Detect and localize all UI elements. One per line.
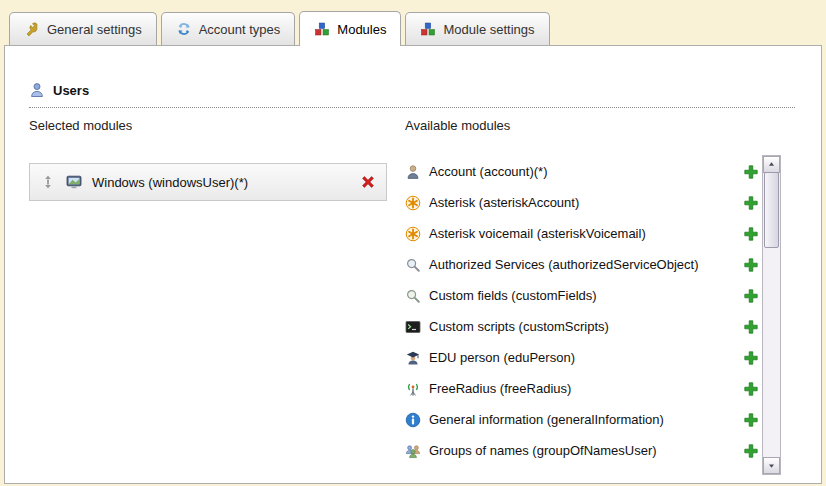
add-module-button[interactable] [743,443,759,459]
add-module-button[interactable] [743,195,759,211]
available-module-label: Authorized Services (authorizedServiceOb… [429,257,735,272]
available-modules-header: Available modules [405,118,510,133]
module-settings-icon [420,21,436,37]
move-handle-icon[interactable] [40,174,56,190]
group-icon [405,443,421,459]
tab-module-settings[interactable]: Module settings [405,12,549,45]
selected-modules-list: Windows (windowsUser)(*) [29,163,387,201]
add-module-button[interactable] [743,381,759,397]
edu-person-icon [405,350,421,366]
freeradius-icon [405,381,421,397]
available-module-row: Custom scripts (customScripts) [405,311,759,342]
available-module-label: EDU person (eduPerson) [429,350,735,365]
add-module-button[interactable] [743,226,759,242]
arrow-up-icon [767,160,776,169]
asterisk-icon [405,195,421,211]
available-module-row: Custom fields (customFields) [405,280,759,311]
tab-account-types[interactable]: Account types [161,12,296,45]
tab-label: Account types [199,22,281,37]
selected-modules-header: Selected modules [29,118,132,133]
available-module-row: Account (account)(*) [405,156,759,187]
arrow-down-icon [767,461,776,470]
available-module-label: Groups of names (groupOfNamesUser) [429,443,735,458]
custom-scripts-icon [405,319,421,335]
available-modules-list: Account (account)(*) Asterisk (asteriskA… [405,156,759,466]
remove-module-button[interactable] [360,174,376,190]
lam-configuration-page: General settings Account types Modules M… [0,0,826,486]
scroll-up-button[interactable] [763,156,780,173]
available-modules-scrollbar[interactable] [762,155,781,475]
section-title: Users [53,83,89,98]
selected-module-label: Windows (windowsUser)(*) [92,175,350,190]
available-module-row: EDU person (eduPerson) [405,342,759,373]
settings-tabbar: General settings Account types Modules M… [9,11,554,46]
add-module-button[interactable] [743,257,759,273]
scroll-down-button[interactable] [763,457,780,474]
available-module-row: FreeRadius (freeRadius) [405,373,759,404]
available-module-row: Authorized Services (authorizedServiceOb… [405,249,759,280]
selected-module-row[interactable]: Windows (windowsUser)(*) [29,163,387,201]
add-module-button[interactable] [743,350,759,366]
tab-general-settings[interactable]: General settings [9,12,157,45]
windows-icon [66,174,82,190]
tab-label: Module settings [443,22,534,37]
tab-modules[interactable]: Modules [299,11,401,46]
tab-label: General settings [47,22,142,37]
available-module-row: Asterisk (asteriskAccount) [405,187,759,218]
available-module-label: Custom fields (customFields) [429,288,735,303]
available-module-row: General information (generalInformation) [405,404,759,435]
account-types-icon [176,21,192,37]
custom-fields-icon [405,288,421,304]
info-icon [405,412,421,428]
available-module-row: Asterisk voicemail (asteriskVoicemail) [405,218,759,249]
scrollbar-thumb[interactable] [764,172,779,248]
modules-panel: Users Selected modules Available modules… [4,45,822,484]
available-module-row: Groups of names (groupOfNamesUser) [405,435,759,466]
available-module-label: Asterisk (asteriskAccount) [429,195,735,210]
add-module-button[interactable] [743,412,759,428]
add-module-button[interactable] [743,319,759,335]
authorized-services-icon [405,257,421,273]
available-module-label: General information (generalInformation) [429,412,735,427]
add-module-button[interactable] [743,288,759,304]
available-module-label: FreeRadius (freeRadius) [429,381,735,396]
tab-label: Modules [337,22,386,37]
asterisk-voicemail-icon [405,226,421,242]
users-section-header: Users [29,82,795,108]
modules-icon [314,21,330,37]
available-module-label: Account (account)(*) [429,164,735,179]
account-icon [405,164,421,180]
tools-icon [24,21,40,37]
available-module-label: Asterisk voicemail (asteriskVoicemail) [429,226,735,241]
user-icon [29,82,45,98]
add-module-button[interactable] [743,164,759,180]
available-module-label: Custom scripts (customScripts) [429,319,735,334]
